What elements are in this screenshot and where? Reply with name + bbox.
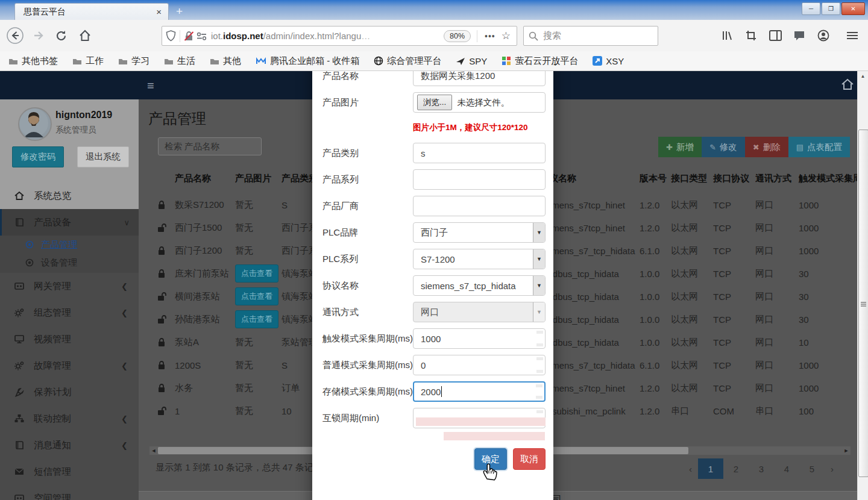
view-image-button[interactable]: 点击查看: [235, 310, 278, 328]
field-select-PLC系列[interactable]: S7-1200▼: [413, 249, 546, 269]
pointtable-button[interactable]: ▤点表配置: [788, 137, 850, 157]
zoom-level-badge[interactable]: 80%: [444, 30, 471, 42]
add-button[interactable]: ✚新增: [658, 137, 702, 157]
page-actions-icon[interactable]: •••: [485, 31, 495, 41]
scroll-left-icon[interactable]: ◄: [149, 448, 158, 454]
delete-button[interactable]: ✖删除: [745, 137, 788, 157]
column-header[interactable]: 协议名称: [540, 167, 640, 190]
sidebar-item-label: 系统总览: [34, 190, 71, 202]
column-header[interactable]: 触发模式采集周期(ms): [799, 167, 858, 190]
view-image-button[interactable]: 点击查看: [235, 264, 278, 283]
field-file-产品图片[interactable]: 浏览...未选择文件。: [413, 92, 546, 113]
tab-close-icon[interactable]: ×: [154, 7, 163, 17]
reload-button[interactable]: [51, 25, 71, 46]
cell-product-name: 西门子1200: [175, 239, 235, 262]
logout-button[interactable]: 退出系统: [77, 146, 129, 167]
bookmark-item[interactable]: 其他: [210, 55, 241, 67]
column-header[interactable]: 版本号: [640, 167, 671, 190]
field-input-产品名称[interactable]: 数据网关采集1200: [413, 71, 546, 86]
cancel-button[interactable]: 取消: [513, 448, 546, 470]
chevron-down-icon[interactable]: ▼: [533, 223, 545, 242]
sidebar-toggle-icon[interactable]: [767, 27, 784, 44]
bookmark-item[interactable]: 萤石云开放平台: [502, 55, 578, 67]
url-text[interactable]: iot.idosp.net/admin/index.html?langu…: [211, 31, 441, 41]
column-header[interactable]: 接口协议: [713, 167, 755, 190]
bookmark-item[interactable]: 其他书签: [8, 55, 58, 67]
sidebar-collapse-icon[interactable]: ≡: [147, 79, 154, 93]
field-input-产品厂商[interactable]: [413, 196, 546, 216]
sidebar-item-产品设备[interactable]: 产品设备 ∨: [0, 209, 140, 236]
new-tab-button[interactable]: +: [176, 5, 183, 18]
bookmark-item[interactable]: 工作: [72, 55, 104, 67]
bookmark-item[interactable]: 综合管理平台: [374, 55, 441, 67]
field-select-协议名称[interactable]: siemens_s7_tcp_hidata▼: [413, 275, 546, 296]
permissions-icon[interactable]: [197, 32, 207, 40]
bookmark-item[interactable]: SPY: [456, 56, 487, 66]
menu-hamburger-icon[interactable]: [844, 27, 861, 44]
field-select-通讯方式[interactable]: 网口▼: [413, 302, 546, 322]
column-header[interactable]: 接口类型: [671, 167, 713, 190]
home-button[interactable]: [75, 25, 95, 46]
back-button[interactable]: [5, 25, 25, 46]
prev-page-button[interactable]: ‹: [683, 464, 698, 474]
sidebar-item-短信管理[interactable]: 短信管理: [0, 458, 139, 485]
sidebar-item-保养计划[interactable]: 保养计划: [0, 379, 139, 405]
column-header[interactable]: 产品名称: [175, 167, 235, 190]
product-search-input[interactable]: 检索 产品名称: [158, 137, 262, 155]
field-input-普通模式采集周期(ms)[interactable]: 0: [413, 355, 546, 375]
browser-search-input[interactable]: 搜索: [523, 26, 658, 46]
browser-tab[interactable]: 思普云平台 ×: [14, 3, 169, 20]
sidebar-item-空间管理[interactable]: 空间管理: [0, 485, 139, 500]
comment-bubble-icon[interactable]: [791, 27, 808, 44]
column-header[interactable]: 通讯方式: [755, 167, 799, 190]
header-home-icon[interactable]: [841, 78, 854, 90]
forward-button[interactable]: [28, 25, 48, 46]
edit-button[interactable]: ✎修改: [702, 137, 745, 157]
library-icon[interactable]: [719, 27, 735, 44]
page-number-3[interactable]: 3: [749, 458, 774, 479]
bookmark-item[interactable]: XSY: [593, 56, 624, 66]
view-image-button[interactable]: 点击查看: [235, 287, 278, 305]
chevron-down-icon[interactable]: ▼: [533, 249, 545, 269]
page-number-4[interactable]: 4: [774, 458, 799, 479]
field-input-触发模式采集周期(ms)[interactable]: 1000: [413, 328, 546, 349]
browse-button[interactable]: 浏览...: [417, 95, 452, 110]
next-page-button[interactable]: ›: [825, 464, 840, 474]
bookmark-star-icon[interactable]: ☆: [502, 30, 511, 42]
account-icon[interactable]: [815, 27, 832, 44]
window-minimize-button[interactable]: ─: [802, 2, 820, 15]
change-password-button[interactable]: 修改密码: [12, 146, 64, 167]
page-number-1[interactable]: 1: [698, 458, 723, 479]
field-select-PLC品牌[interactable]: 西门子▼: [413, 222, 546, 243]
url-bar[interactable]: iot.idosp.net/admin/index.html?langu… 80…: [162, 26, 517, 46]
sidebar-item-消息通知[interactable]: 消息通知 ❮: [0, 432, 139, 458]
sidebar-subitem-设备管理[interactable]: 设备管理: [0, 254, 139, 272]
scrollbar-up-icon[interactable]: ▲: [858, 71, 868, 81]
bookmark-item[interactable]: 生活: [164, 55, 195, 67]
shield-icon[interactable]: [166, 30, 176, 42]
page-number-2[interactable]: 2: [723, 458, 749, 479]
bookmark-item[interactable]: 腾讯企业邮箱 - 收件箱: [256, 55, 359, 67]
sidebar-item-网关管理[interactable]: 网关管理 ❮: [0, 273, 139, 299]
sidebar-item-系统总览[interactable]: 系统总览: [0, 183, 139, 209]
chevron-down-icon[interactable]: ▼: [533, 302, 545, 322]
scroll-right-icon[interactable]: ►: [842, 448, 851, 454]
screenshot-crop-icon[interactable]: [743, 27, 760, 44]
page-scrollbar-thumb[interactable]: [858, 130, 868, 477]
page-number-5[interactable]: 5: [799, 458, 825, 479]
bookmark-item[interactable]: 学习: [118, 55, 149, 67]
window-close-button[interactable]: ✕: [841, 2, 865, 15]
chevron-down-icon[interactable]: ▼: [533, 276, 545, 295]
sidebar-item-联动控制[interactable]: 联动控制 ❮: [0, 405, 139, 432]
field-input-产品类别[interactable]: s: [413, 143, 546, 163]
window-restore-button[interactable]: ❐: [822, 2, 840, 15]
insecure-lock-icon[interactable]: [184, 31, 195, 42]
browser-page-scrollbar[interactable]: ▲: [857, 71, 868, 500]
field-input-存储模式采集周期(ms)[interactable]: 2000: [413, 381, 546, 402]
sidebar-item-视频管理[interactable]: 视频管理: [0, 326, 139, 352]
field-input-产品系列[interactable]: [413, 169, 546, 190]
ezviz-icon: [502, 56, 511, 66]
sidebar-subitem-产品管理[interactable]: 产品管理: [0, 236, 139, 254]
sidebar-item-故障管理[interactable]: 故障管理 ❮: [0, 352, 139, 379]
sidebar-item-组态管理[interactable]: 组态管理 ❮: [0, 299, 139, 326]
